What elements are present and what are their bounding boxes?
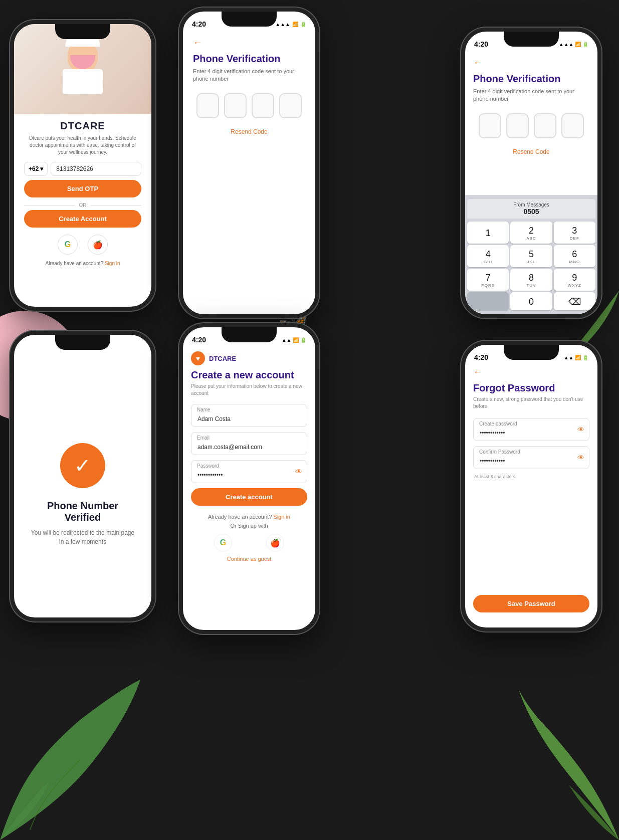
save-btn-container: Save Password	[473, 595, 589, 615]
logo-text: DTCARE	[209, 355, 236, 362]
phone-login: DTCARE Dtcare puts your health in your h…	[10, 20, 155, 311]
status-time: 4:20	[192, 20, 206, 28]
verification-keyboard-content: ← Phone Verification Enter 4 digit verif…	[465, 54, 597, 155]
phone-notch-1	[55, 24, 110, 39]
key-1[interactable]: 1	[467, 222, 509, 244]
send-otp-button[interactable]: Send OTP	[24, 180, 141, 197]
password-hint-text: At least 8 characters	[473, 474, 589, 479]
phone-verification-top: 4:20 ▲▲▲ 📶 🔋 ← Phone Verification Enter …	[179, 8, 319, 318]
back-button-6[interactable]: ←	[473, 367, 589, 377]
otp-input-boxes	[193, 93, 305, 118]
resend-code-link[interactable]: Resend Code	[193, 128, 305, 135]
otp-box-3[interactable]	[252, 93, 274, 118]
sign-in-link[interactable]: Sign in	[105, 261, 120, 266]
status-icons-3: ▲▲▲ 📶 🔋	[559, 42, 588, 47]
create-account-button[interactable]: Create Account	[24, 210, 141, 228]
divider-social	[240, 534, 258, 552]
numeric-keyboard: From Messages 0505 1 2ABC 3DEF 4GHI 5JKL…	[465, 195, 597, 314]
screen-title-3: Phone Verification	[473, 73, 589, 85]
phone-input-row: +62 ▾ 81313782626	[24, 162, 141, 176]
check-circle: ✓	[60, 443, 105, 488]
status-time-3: 4:20	[474, 40, 488, 48]
country-code-select[interactable]: +62 ▾	[24, 162, 48, 176]
otp-box-2[interactable]	[224, 93, 247, 118]
already-have-account-text: Already have an account? Sign in	[46, 261, 120, 266]
status-time-5: 4:20	[192, 336, 206, 344]
screen-subtitle: Enter 4 digit verification code sent to …	[193, 68, 305, 83]
decorative-leaf-left	[0, 680, 140, 840]
create-password-label: Create password	[479, 421, 517, 427]
or-divider: OR	[24, 202, 141, 208]
screen-subtitle-3: Enter 4 digit verification code sent to …	[473, 88, 589, 103]
otp-box-3-4[interactable]	[561, 113, 584, 138]
key-2[interactable]: 2ABC	[510, 222, 552, 244]
otp-box-4[interactable]	[279, 93, 302, 118]
key-7[interactable]: 7PQRS	[467, 269, 509, 291]
create-account-content: Create a new account Please put your inf…	[183, 369, 315, 562]
forgot-password-title: Forgot Password	[473, 382, 589, 394]
nurse-body	[63, 69, 103, 94]
create-account-submit-button[interactable]: Create account	[191, 488, 307, 506]
toggle-confirm-password-icon[interactable]: 👁	[577, 454, 584, 462]
already-account-row: Already have an account? Sign in	[191, 514, 307, 520]
google-signin-button[interactable]: G	[58, 235, 78, 255]
otp-box-3-1[interactable]	[479, 113, 501, 138]
resend-code-link-3[interactable]: Resend Code	[473, 148, 589, 155]
otp-box-1[interactable]	[196, 93, 219, 118]
forgot-password-subtitle: Create a new, strong password that you d…	[473, 396, 589, 410]
app-header-row: ♥ DTCARE	[183, 349, 315, 369]
login-content: DTCARE Dtcare puts your health in your h…	[14, 114, 151, 272]
key-backspace[interactable]: ⌫	[554, 292, 595, 310]
app-title: DTCARE	[60, 120, 105, 132]
password-input-group: Password 👁	[191, 460, 307, 483]
key-empty	[467, 292, 509, 310]
social-signup-row: G 🍎	[191, 534, 307, 552]
phone-number-input[interactable]: 81313782626	[51, 162, 141, 176]
save-password-button[interactable]: Save Password	[473, 595, 589, 612]
sign-in-link-5[interactable]: Sign in	[273, 514, 290, 520]
toggle-create-password-icon[interactable]: 👁	[577, 426, 584, 434]
continue-as-guest-link[interactable]: Continue as guest	[191, 556, 307, 562]
verified-title: Phone Number Verified	[29, 500, 136, 523]
keyboard-grid: 1 2ABC 3DEF 4GHI 5JKL 6MNO 7PQRS 8TUV 9W…	[467, 222, 595, 310]
key-3[interactable]: 3DEF	[554, 222, 595, 244]
back-button-3[interactable]: ←	[473, 58, 589, 68]
key-6[interactable]: 6MNO	[554, 245, 595, 267]
back-button[interactable]: ←	[193, 38, 305, 48]
logo-icon: ♥	[191, 351, 205, 365]
or-signup-text: Or Sign up with	[191, 523, 307, 529]
key-0[interactable]: 0	[510, 292, 552, 310]
apple-signin-button[interactable]: 🍎	[88, 235, 108, 255]
logo-symbol: ♥	[196, 354, 200, 362]
phone-create-account: 4:20 ▲▲ 📶 🔋 ♥ DTCARE Create a new accoun…	[179, 323, 319, 634]
otp-box-3-3[interactable]	[534, 113, 556, 138]
nurse-figure	[53, 34, 113, 114]
toggle-password-icon[interactable]: 👁	[295, 468, 302, 476]
google-signup-button[interactable]: G	[214, 534, 232, 552]
create-account-title: Create a new account	[191, 369, 307, 381]
confirm-password-group: Confirm Password 👁	[473, 446, 589, 469]
verification-content: ← Phone Verification Enter 4 digit verif…	[183, 34, 315, 139]
screen-title: Phone Verification	[193, 53, 305, 65]
apple-signup-button[interactable]: 🍎	[266, 534, 284, 552]
key-4[interactable]: 4GHI	[467, 245, 509, 267]
nurse-mask	[70, 55, 95, 69]
status-time-6: 4:20	[474, 353, 488, 361]
apple-icon: 🍎	[93, 240, 103, 250]
forgot-password-content: ← Forgot Password Create a new, strong p…	[465, 367, 597, 479]
phone-notch-6	[504, 345, 559, 360]
otp-box-3-2[interactable]	[506, 113, 529, 138]
auto-fill-code: 0505	[470, 207, 592, 216]
chevron-down-icon: ▾	[40, 165, 43, 172]
phone-notch-5	[222, 327, 277, 342]
phone-notch-2	[222, 12, 277, 27]
key-9[interactable]: 9WXYZ	[554, 269, 595, 291]
name-input-group: Name	[191, 404, 307, 427]
otp-input-boxes-3	[473, 113, 589, 138]
phone-verification-keyboard: 4:20 ▲▲▲ 📶 🔋 ← Phone Verification Enter …	[461, 28, 601, 318]
apple-icon-5: 🍎	[270, 538, 280, 548]
confirm-password-label: Confirm Password	[479, 449, 520, 455]
key-8[interactable]: 8TUV	[510, 269, 552, 291]
key-5[interactable]: 5JKL	[510, 245, 552, 267]
from-messages-banner: From Messages 0505	[467, 199, 595, 219]
